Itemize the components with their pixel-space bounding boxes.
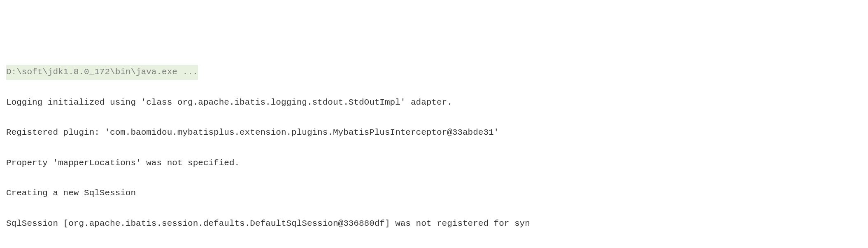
log-property-warning: Property 'mapperLocations' was not speci… [6,156,862,171]
log-logging-init: Logging initialized using 'class org.apa… [6,95,862,110]
console-output: D:\soft\jdk1.8.0_172\bin\java.exe ... [6,65,862,80]
java-command-line: D:\soft\jdk1.8.0_172\bin\java.exe ... [6,65,198,80]
log-jdbc-connection: JDBC Connection [com.mysql.cj.jdbc.Conne… [6,246,862,248]
log-creating-session: Creating a new SqlSession [6,186,862,201]
log-sqlsession-info: SqlSession [org.apache.ibatis.session.de… [6,216,862,232]
log-plugin-registered: Registered plugin: 'com.baomidou.mybatis… [6,125,862,140]
